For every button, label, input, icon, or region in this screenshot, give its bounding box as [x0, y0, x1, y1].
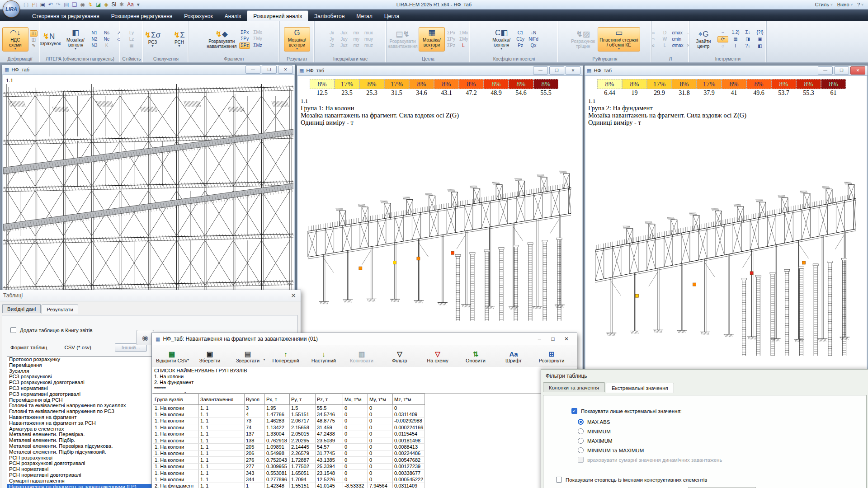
table-row[interactable]: 1. На колони1. 11371.330042.0501547.2438…: [153, 431, 425, 437]
ribbon-symbol-button[interactable]: ΣPy: [239, 36, 250, 42]
table-filters-panel[interactable]: Фільтри таблиць Колонки та значення Екст…: [541, 369, 868, 488]
ribbon-symbol-button[interactable]: N3: [90, 43, 99, 48]
ribbon-symbol-button[interactable]: Juz: [339, 43, 349, 48]
window-title-bar[interactable]: ▦ НФ_таб — ❐ ✕: [585, 66, 868, 76]
ribbon-symbol-button[interactable]: ΣMy: [252, 36, 263, 42]
ribbon-symbol-button[interactable]: C1y: [515, 37, 525, 42]
style-menu[interactable]: Стиль˅: [815, 2, 833, 7]
ribbon-symbol-button[interactable]: Jy: [327, 37, 337, 42]
column-header[interactable]: Py, т: [290, 394, 316, 405]
column-header[interactable]: Pz, т: [316, 394, 343, 405]
minimize-button[interactable]: —: [533, 66, 548, 75]
ribbon-symbol-button[interactable]: ΣPz: [446, 43, 456, 48]
ribbon-button[interactable]: ↯ΣσРСЗ▼: [143, 30, 165, 48]
close-icon[interactable]: ✕: [291, 292, 296, 299]
ribbon-button[interactable]: ↯◆Розрахуватинавантаження: [205, 29, 238, 50]
ribbon-symbol-button[interactable]: ΣMz: [252, 43, 263, 48]
ribbon-symbol-button[interactable]: ◧: [755, 43, 765, 49]
ribbon-tab[interactable]: Розширений аналіз: [247, 10, 308, 21]
ribbon-symbol-button[interactable]: Lz: [127, 37, 137, 42]
close-button[interactable]: ✕: [850, 66, 865, 75]
ribbon-symbol-button[interactable]: ▦: [731, 37, 741, 42]
ribbon-symbol-button[interactable]: N1: [90, 30, 99, 36]
ribbon-symbol-button[interactable]: mz: [351, 43, 361, 48]
ribbon-symbol-button[interactable]: L: [660, 43, 670, 48]
show-extreme-checkbox[interactable]: ✓: [571, 408, 577, 414]
ribbon-symbol-button[interactable]: ▭: [652, 37, 658, 42]
table-row[interactable]: 1. На колони1. 13430.5530811.6505123.154…: [153, 469, 425, 476]
table-row[interactable]: 2. На фундамент1. 111.423481.5515141.014…: [153, 483, 425, 488]
ribbon-symbol-button[interactable]: Jz: [327, 43, 337, 48]
tab-results[interactable]: Результати: [42, 305, 78, 314]
results-table[interactable]: Група вузлівЗавантаженняВузолPx, тPy, тP…: [153, 394, 425, 488]
table-content[interactable]: СПИСОК НАЙМЕНУВАНЬ ГРУП ВУЗЛІВ1. На коло…: [152, 367, 577, 488]
table-row[interactable]: 1. На колони1. 1731.462832.0671748.87750…: [153, 418, 425, 424]
close-button[interactable]: ✕: [560, 336, 573, 342]
ribbon-symbol-button[interactable]: Qx: [528, 43, 539, 48]
ribbon-symbol-button[interactable]: W: [660, 37, 670, 42]
toolbar-button-фільтр[interactable]: ▽Фільтр: [381, 346, 419, 367]
ribbon-symbol-button[interactable]: Jx: [327, 30, 337, 36]
ribbon-symbol-button[interactable]: ⊠: [652, 43, 658, 48]
table-row[interactable]: 1. На колони1. 11380.7629182.2029523.503…: [153, 437, 425, 443]
ribbon-symbol-button[interactable]: ↓N: [528, 30, 539, 36]
table-window[interactable]: ▦ НФ_таб: Навантаження на фрагмент за за…: [151, 333, 577, 488]
ribbon-symbol-button[interactable]: →: [684, 37, 690, 42]
table-row[interactable]: 1. На колони1. 141.477661.5515134.574600…: [153, 411, 425, 418]
toolbar-button-попередній[interactable]: ↑Попередній: [267, 346, 305, 367]
ribbon-symbol-button[interactable]: ◇: [114, 37, 120, 42]
ribbon-symbol-button[interactable]: N/Fd: [528, 37, 539, 42]
table-row[interactable]: 1. На колони1. 12760.7520431.7288743.138…: [153, 457, 425, 463]
radio-minimum[interactable]: [578, 428, 584, 434]
ribbon-symbol-button[interactable]: Juy: [339, 37, 349, 42]
column-header[interactable]: Група вузлів: [153, 394, 199, 405]
radio-minimum-maximum[interactable]: [578, 447, 584, 453]
ribbon-symbol-button[interactable]: 1.2): [731, 30, 741, 35]
table-window-title-bar[interactable]: ▦ НФ_таб: Навантаження на фрагмент за за…: [152, 333, 577, 345]
restore-button[interactable]: ❐: [834, 66, 849, 75]
ribbon-symbol-button[interactable]: mx: [351, 30, 361, 36]
ribbon-symbol-button[interactable]: C1: [515, 30, 525, 36]
ribbon-tab[interactable]: Цегла: [378, 11, 405, 21]
column-header[interactable]: My, т*м: [368, 394, 393, 405]
ribbon-button[interactable]: ↯▨Розрахуноктріщин: [570, 29, 596, 50]
table-row[interactable]: 1. На колони1. 12770.3099551.7750225.339…: [153, 463, 425, 469]
close-button[interactable]: ✕: [278, 66, 293, 74]
ribbon-symbol-button[interactable]: muy: [363, 37, 374, 42]
window-title-bar[interactable]: ▦ НФ_таб — ❐ ✕: [2, 65, 295, 75]
help-button[interactable]: ?˅: [857, 2, 863, 7]
add-to-report-checkbox[interactable]: [10, 327, 16, 333]
column-header[interactable]: Завантаження: [199, 394, 245, 405]
toolbar-button-зберегти[interactable]: ▣Зберегти: [191, 346, 229, 367]
ribbon-symbol-button[interactable]: ◌: [717, 43, 728, 49]
close-button[interactable]: ✕: [566, 66, 580, 75]
ribbon-button[interactable]: ▦Мозаїка/вектори▼: [419, 27, 445, 52]
ribbon-button[interactable]: ↯ΣРСН▼: [167, 30, 189, 48]
ribbon-symbol-button[interactable]: ΣPx: [239, 30, 250, 35]
ribbon-symbol-button[interactable]: ΣMx: [458, 30, 468, 36]
window-menu[interactable]: Вікно˅: [837, 2, 853, 7]
radio-maximum[interactable]: [578, 438, 584, 444]
ribbon-symbol-button[interactable]: muz: [363, 43, 374, 48]
column-header[interactable]: Mx, т*м: [343, 394, 368, 405]
table-row[interactable]: 1. На колони1. 12051.098912.1444554.5700…: [153, 444, 425, 450]
ribbon-symbol-button[interactable]: ↗: [114, 30, 120, 36]
column-header[interactable]: Px, т: [265, 394, 290, 405]
tab-input-data[interactable]: Вихідні дані: [2, 304, 41, 313]
ribbon-symbol-button[interactable]: ✕: [684, 43, 690, 48]
ribbon-symbol-button[interactable]: D: [660, 30, 670, 36]
column-header[interactable]: Mz, т*м: [393, 394, 425, 405]
minimize-button[interactable]: —: [818, 66, 833, 75]
ribbon-tab[interactable]: Створення та редагування: [26, 11, 105, 21]
ribbon-button[interactable]: ◧Мозаїка/ізополя▼: [63, 28, 88, 51]
chevron-down-icon[interactable]: ▼: [187, 358, 190, 361]
ribbon-symbol-button[interactable]: ΣPy: [446, 37, 456, 42]
minimize-button[interactable]: —: [245, 66, 260, 74]
toolbar-button-відкрити-csv[interactable]: ▦Відкрити CSV▼: [153, 346, 191, 367]
ribbon-symbol-button[interactable]: ⟳: [717, 36, 728, 42]
ribbon-button[interactable]: ◠↓НДСсхеми▼: [2, 27, 28, 52]
ribbon-symbol-button[interactable]: εmax: [671, 30, 681, 36]
ribbon-symbol-button[interactable]: ◨: [743, 37, 753, 42]
table-row[interactable]: 1. На колони1. 13440.2778961.709412.5226…: [153, 476, 425, 483]
ribbon-symbol-button[interactable]: ▦: [127, 43, 137, 48]
